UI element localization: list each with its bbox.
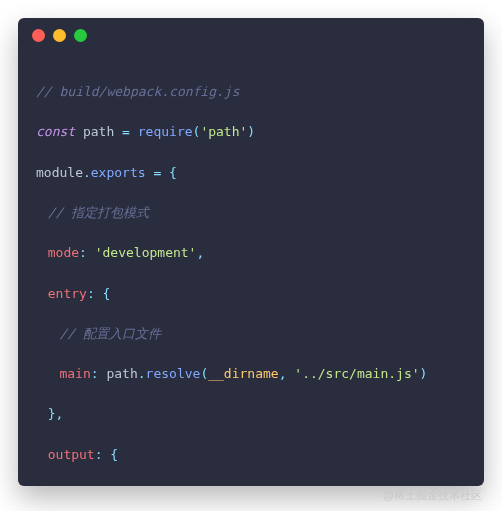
maximize-icon[interactable] (74, 29, 87, 42)
prop-mode: mode (48, 245, 79, 260)
comment-mode: // 指定打包模式 (48, 205, 149, 220)
comment-entry: // 配置入口文件 (59, 326, 160, 341)
id-path: path (83, 124, 114, 139)
sep: , (279, 366, 295, 381)
watermark-text: @稀土掘金技术社区 (383, 488, 482, 503)
colon: : (95, 447, 111, 462)
comma: , (56, 406, 64, 421)
dot: . (138, 366, 146, 381)
code-editor-window: // build/webpack.config.js const path = … (18, 18, 484, 486)
brace-open: { (103, 286, 111, 301)
op-eq: = (146, 165, 169, 180)
colon: : (87, 286, 103, 301)
id-module: module (36, 165, 83, 180)
comment-file-path: // build/webpack.config.js (36, 84, 240, 99)
str-main: '../src/main.js' (294, 366, 419, 381)
str-development: 'development' (95, 245, 197, 260)
minimize-icon[interactable] (53, 29, 66, 42)
paren: ) (247, 124, 255, 139)
colon: : (91, 366, 107, 381)
comma: , (196, 245, 204, 260)
brace-open: { (110, 447, 118, 462)
fn-resolve: resolve (146, 366, 201, 381)
brace-open: { (169, 165, 177, 180)
kw-const: const (36, 124, 75, 139)
colon: : (79, 245, 95, 260)
paren: ) (420, 366, 428, 381)
id-exports: exports (91, 165, 146, 180)
prop-entry: entry (48, 286, 87, 301)
dot: . (83, 165, 91, 180)
brace-close: } (48, 406, 56, 421)
code-block: // build/webpack.config.js const path = … (18, 52, 484, 486)
close-icon[interactable] (32, 29, 45, 42)
fn-require: require (138, 124, 193, 139)
prop-main: main (59, 366, 90, 381)
dirname: __dirname (208, 366, 278, 381)
id-path-obj: path (106, 366, 137, 381)
str-path-module: 'path' (200, 124, 247, 139)
titlebar (18, 18, 484, 52)
prop-output: output (48, 447, 95, 462)
op-eq: = (114, 124, 137, 139)
